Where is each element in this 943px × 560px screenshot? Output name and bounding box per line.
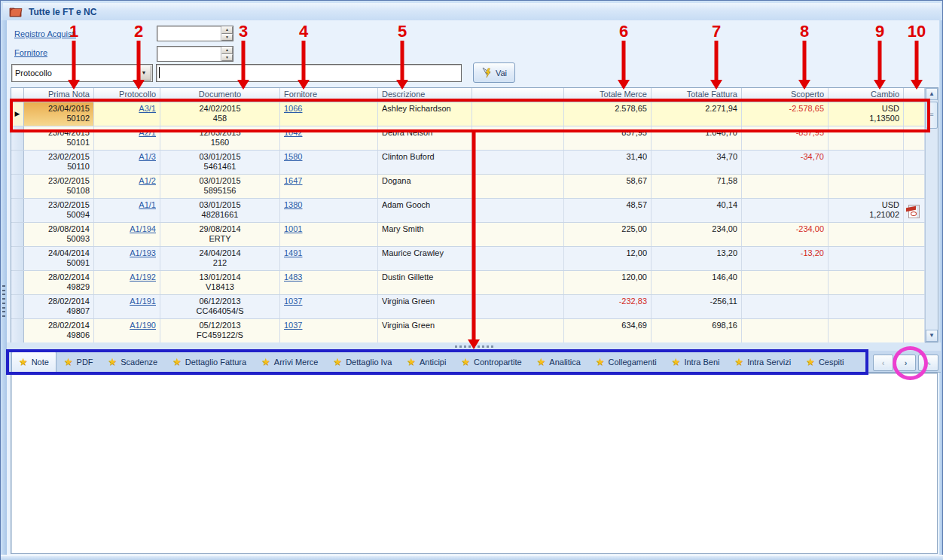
cell-scoperto[interactable]: -857,95 [742,126,829,150]
vai-button[interactable]: Vai [473,62,515,83]
table-row[interactable]: 23/02/201550110A1/303/01/201554614611580… [11,151,925,175]
cell-pdf[interactable] [904,247,925,270]
cell-spacer[interactable] [472,271,564,294]
cell-cambio[interactable] [829,151,904,174]
cell-spacer[interactable] [472,126,564,150]
cell-descrizione[interactable]: Maurice Crawley [378,247,472,270]
table-row[interactable]: 28/02/201449807A1/19106/12/2013CC464054/… [11,295,925,319]
cell-scoperto[interactable]: -234,00 [742,223,829,246]
row-selector-cell[interactable] [11,151,24,174]
cell-totale_fattura[interactable]: 146,40 [652,271,742,294]
cell-documento[interactable]: 06/12/2013CC464054/S [160,295,280,318]
fornitore-link[interactable]: 1037 [284,297,302,306]
table-row[interactable]: 23/04/201550101A2/112/03/201515601042Deb… [11,126,925,151]
row-selector-cell[interactable] [11,126,24,150]
tab-dettaglio-fattura[interactable]: ★Dettaglio Fattura [165,352,254,372]
cell-prima_nota[interactable]: 23/02/201550108 [24,175,94,198]
column-header-pdf[interactable] [904,88,925,102]
row-selector-cell[interactable] [11,247,24,270]
tab-arrivi-merce[interactable]: ★Arrivi Merce [254,352,325,372]
cell-totale_merce[interactable]: -232,83 [564,295,652,318]
fornitore-link[interactable]: 1037 [284,321,302,330]
cell-prima_nota[interactable]: 28/02/201449829 [24,271,94,294]
cell-protocollo[interactable]: A1/1 [94,199,160,222]
table-row[interactable]: 29/08/201450093A1/19429/08/2014ERTY1001M… [11,223,925,247]
cell-prima_nota[interactable]: 23/04/201550101 [24,126,94,150]
cell-totale_fattura[interactable]: 2.271,94 [652,102,742,126]
cell-descrizione[interactable]: Dustin Gillette [378,271,472,294]
cell-totale_merce[interactable]: 2.578,65 [564,102,652,126]
tab-dettaglio-iva[interactable]: ★Dettaglio Iva [325,352,399,372]
protocollo-link[interactable]: A2/1 [139,128,156,137]
cell-cambio[interactable] [829,126,904,150]
spin-up-icon[interactable]: ▲ [221,26,233,34]
column-header-protocollo[interactable]: Protocollo [94,88,160,102]
cell-pdf[interactable] [904,271,925,294]
cell-documento[interactable]: 03/01/20155461461 [160,151,280,174]
cell-cambio[interactable] [829,175,904,198]
cell-protocollo[interactable]: A1/192 [94,271,160,294]
cell-prima_nota[interactable]: 24/04/201450091 [24,247,94,270]
fornitore-link[interactable]: 1580 [284,152,302,161]
cell-documento[interactable]: 24/02/2015458 [160,102,280,126]
cell-totale_fattura[interactable]: 13,20 [652,247,742,270]
fornitore-link[interactable]: 1042 [284,128,302,137]
cell-protocollo[interactable]: A1/191 [94,295,160,318]
cell-pdf[interactable] [904,175,925,198]
cell-protocollo[interactable]: A1/3 [94,151,160,174]
cell-cambio[interactable]: USD1,13500 [829,102,904,126]
cell-totale_fattura[interactable]: 698,16 [652,319,742,342]
column-header-fornitore[interactable]: Fornitore [280,88,378,102]
protocollo-link[interactable]: A1/190 [130,321,156,330]
cell-pdf[interactable] [904,199,925,222]
column-header-prima_nota[interactable]: Prima Nota [24,88,94,102]
cell-fornitore[interactable]: 1037 [280,295,378,318]
cell-totale_merce[interactable]: 634,69 [564,319,652,342]
cell-totale_merce[interactable]: 48,57 [564,199,652,222]
table-row[interactable]: 23/02/201550094A1/103/01/201548281661138… [11,199,925,223]
cell-protocollo[interactable]: A1/2 [94,175,160,198]
cell-totale_merce[interactable]: 857,95 [564,126,652,150]
fornitore-link[interactable]: 1001 [284,224,302,233]
spin-down-icon[interactable]: ▼ [221,34,233,41]
cell-pdf[interactable] [904,319,925,342]
cell-totale_merce[interactable]: 12,00 [564,247,652,270]
tab-intra-beni[interactable]: ★Intra Beni [664,352,728,372]
cell-fornitore[interactable]: 1001 [280,223,378,246]
cell-descrizione[interactable]: Ashley Richardson [378,102,472,126]
tab-contropartite[interactable]: ★Contropartite [453,352,529,372]
column-header-descrizione[interactable]: Descrizione [378,88,472,102]
row-selector-cell[interactable] [11,175,24,198]
cell-cambio[interactable] [829,295,904,318]
cell-scoperto[interactable]: -34,70 [742,151,829,174]
protocollo-link[interactable]: A1/191 [130,297,156,306]
cell-documento[interactable]: 12/03/20151560 [160,126,280,150]
cell-fornitore[interactable]: 1066 [280,102,378,126]
spin-up-icon[interactable]: ▲ [221,47,233,54]
cell-cambio[interactable] [829,223,904,246]
cell-totale_merce[interactable]: 31,40 [564,151,652,174]
cell-documento[interactable]: 03/01/20155895156 [160,175,280,198]
row-selector-cell[interactable] [11,223,24,246]
scrollbar-track[interactable] [926,129,938,330]
vertical-scrollbar[interactable]: ▲ ≡ ▼ [925,88,938,342]
protocollo-link[interactable]: A3/1 [139,104,156,113]
cell-cambio[interactable]: USD1,21002 [829,199,904,222]
row-selector-cell[interactable] [11,295,24,318]
column-header-cambio[interactable]: Cambio [829,88,904,102]
cell-totale_fattura[interactable]: 71,58 [652,175,742,198]
table-row[interactable]: 23/02/201550108A1/203/01/201558951561647… [11,175,925,199]
column-header-totale_fattura[interactable]: Totale Fattura [652,88,742,102]
fornitore-link[interactable]: 1483 [284,272,302,282]
cell-spacer[interactable] [472,319,564,342]
scrollbar-thumb[interactable]: ≡ [926,102,938,129]
fornitore-link[interactable]: 1380 [284,200,302,209]
cell-protocollo[interactable]: A3/1 [94,102,160,126]
protocollo-link[interactable]: A1/3 [139,152,156,161]
search-input[interactable] [156,64,462,82]
cell-documento[interactable]: 03/01/201548281661 [160,199,280,222]
fornitore-link[interactable]: 1491 [284,248,302,257]
cell-scoperto[interactable]: -13,20 [742,247,829,270]
cell-descrizione[interactable]: Dogana [378,175,472,198]
cell-descrizione[interactable]: Clinton Buford [378,151,472,174]
